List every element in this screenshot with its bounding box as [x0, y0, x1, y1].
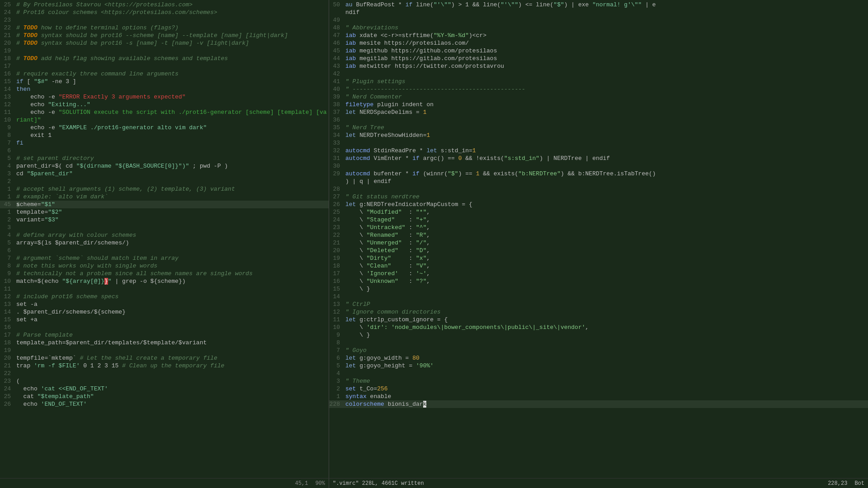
table-row: 5array=$(ls $parent_dir/schemes/) [0, 239, 329, 247]
table-row: 8 [329, 339, 868, 347]
table-row: 8# note this works only with single word… [0, 262, 329, 270]
table-row: 24 echo 'cat <<END_OF_TEXT' [0, 385, 329, 393]
table-row: 45iab megithub https://github.com/protes… [329, 47, 868, 55]
table-row: 36 [329, 116, 868, 124]
table-row: 13" CtrlP [329, 300, 868, 308]
table-row: 3 [0, 224, 329, 231]
table-row: 26let g:NERDTreeIndicatorMapCustom = { [329, 201, 868, 208]
table-row: 2variant="$3" [0, 216, 329, 224]
table-row: 38filetype plugin indent on [329, 101, 868, 108]
table-row: 15set +a [0, 316, 329, 324]
table-row: 20# TODO syntax should be prot16 -s [nam… [0, 39, 329, 47]
table-row: 35" Nerd Tree [329, 124, 868, 131]
table-row: 21 \ "Unmerged" : "/", [329, 239, 868, 247]
table-row: 10riant]" [0, 116, 329, 124]
table-row: 5# set parent directory [0, 155, 329, 162]
table-row: 25# By Protesilaos Stavrou <https://prot… [0, 1, 329, 9]
table-row: 19 [0, 47, 329, 55]
table-row: 17 \ 'Ignored' : '~', [329, 270, 868, 277]
table-row: 48" Abbreviations [329, 24, 868, 32]
table-row: 1# example: `alto vim dark` [0, 193, 329, 201]
table-row: 37let NERDSpaceDelims = 1 [329, 108, 868, 116]
table-row: 44iab megitlab https://gitlab.com/protes… [329, 55, 868, 62]
table-row: 7" Goyo [329, 347, 868, 354]
table-row: 17 [0, 62, 329, 70]
table-row: 5let g:goyo_height = '90%' [329, 362, 868, 370]
table-row: 20tempfile=`mktemp` # Let the shell crea… [0, 354, 329, 362]
table-row: 30 [329, 162, 868, 170]
bot-label: Bot [854, 480, 864, 487]
table-row: 41" Plugin settings [329, 78, 868, 85]
table-row: 49 [329, 16, 868, 24]
table-row: 33 [329, 139, 868, 147]
left-pane: 25# By Protesilaos Stavrou <https://prot… [0, 0, 329, 478]
table-row: 7# argument `scheme` should match item i… [0, 254, 329, 262]
table-row: 11let g:ctrlp_custom_ignore = { [329, 316, 868, 324]
table-row: 19 \ "Dirty" : "x", [329, 254, 868, 262]
table-row: 29autocmd bufenter * if (winnr("$") == 1… [329, 170, 868, 178]
table-row: 8 exit 1 [0, 131, 329, 139]
table-row: 25 \ "Modified" : "*", [329, 208, 868, 216]
table-row: 18 \ "Clean" : "V", [329, 262, 868, 270]
table-row: 9 echo -e "EXAMPLE ./prot16-generator al… [0, 124, 329, 131]
table-row: ) | q | endif [329, 178, 868, 185]
right-code-content[interactable]: 50au BufReadPost * if line("'\"") > 1 &&… [329, 0, 868, 478]
table-row: 17# Parse template [0, 331, 329, 339]
table-row: 18template_path=$parent_dir/templates/$t… [0, 339, 329, 347]
right-filename-text: ".vimrc" 228L, 4661C written [333, 480, 424, 487]
table-row: 2set t_Co=256 [329, 385, 868, 393]
table-row: 10 \ 'dir': 'node_modules\|bower_compone… [329, 324, 868, 331]
table-row: 14 [329, 293, 868, 300]
table-row: 6 [0, 147, 329, 155]
table-row: 24# Prot16 colour schemes <https://prote… [0, 9, 329, 16]
table-row: 32autocmd StdinReadPre * let s:std_in=1 [329, 147, 868, 155]
table-row: 12 echo "Exiting..." [0, 101, 329, 108]
table-row: 16 [0, 324, 329, 331]
table-row: 15if [ "$#" -ne 3 ] [0, 78, 329, 85]
right-status-pos: 228,23 Bot [824, 479, 868, 488]
table-row: 26 echo 'END_OF_TEXT' [0, 400, 329, 408]
table-row: ndif [329, 9, 868, 16]
table-row: 4 [329, 370, 868, 377]
table-row: 16 \ "Unknown" : "?", [329, 277, 868, 285]
table-row: 25 cat "$template_path" [0, 393, 329, 400]
table-row: 40" ------------------------------------… [329, 85, 868, 93]
table-row: 31autocmd VimEnter * if argc() == 0 && !… [329, 155, 868, 162]
editor-area: 25# By Protesilaos Stavrou <https://prot… [0, 0, 868, 478]
table-row: 24 \ "Staged" : "+", [329, 216, 868, 224]
left-cursor-pos: 45,1 [295, 480, 308, 487]
table-row: 39" Nerd Commenter [329, 93, 868, 101]
table-row: 47iab xdate <c-r>=strftime("%Y-%m-%d")<c… [329, 32, 868, 39]
table-row: 43iab metwitter https://twitter.com/prot… [329, 62, 868, 70]
table-row: 22# TODO how to define terminal options … [0, 24, 329, 32]
table-row: 21# TODO syntax should be prot16 --schem… [0, 32, 329, 39]
table-row: 1template="$2" [0, 208, 329, 216]
table-row: 1# accept shell arguments (1) scheme, (2… [0, 185, 329, 193]
table-row: 2 [0, 178, 329, 185]
table-row: 21trap 'rm -f $FILE' 0 1 2 3 15 # Clean … [0, 362, 329, 370]
table-row: 11 echo -e "SOLUTION execute the script … [0, 108, 329, 116]
table-row: 9 \ } [329, 331, 868, 339]
right-pane: 50au BufReadPost * if line("'\"") > 1 &&… [329, 0, 868, 478]
table-row: 22 \ "Renamed" : "R", [329, 231, 868, 239]
right-cursor-line: 228colorscheme bionis_dark [329, 400, 868, 408]
table-row: 16# require exactly three command line a… [0, 70, 329, 78]
table-row: 10match=$(echo "${array[@]}}" | grep -o … [0, 277, 329, 285]
left-status: 45,1 90% [0, 479, 329, 488]
cursor-line: 45scheme="$1" [0, 201, 329, 208]
table-row: 42 [329, 70, 868, 78]
table-row: 13set -a [0, 300, 329, 308]
table-row: 34let NERDTreeShowHidden=1 [329, 131, 868, 139]
right-status-filename: ".vimrc" 228L, 4661C written [329, 479, 824, 488]
table-row: 23( [0, 377, 329, 385]
table-row: 27" Git status nerdtree [329, 193, 868, 201]
table-row: 3" Theme [329, 377, 868, 385]
table-row: 18# TODO add help flag showing available… [0, 55, 329, 62]
table-row: 50au BufReadPost * if line("'\"") > 1 &&… [329, 1, 868, 9]
table-row: 46iab mesite https://protesilaos.com/ [329, 39, 868, 47]
table-row: 1syntax enable [329, 393, 868, 400]
left-code-content[interactable]: 25# By Protesilaos Stavrou <https://prot… [0, 0, 329, 478]
table-row: 6 [0, 247, 329, 254]
status-bar: 45,1 90% ".vimrc" 228L, 4661C written 22… [0, 478, 868, 488]
table-row: 12# include prot16 scheme specs [0, 293, 329, 300]
